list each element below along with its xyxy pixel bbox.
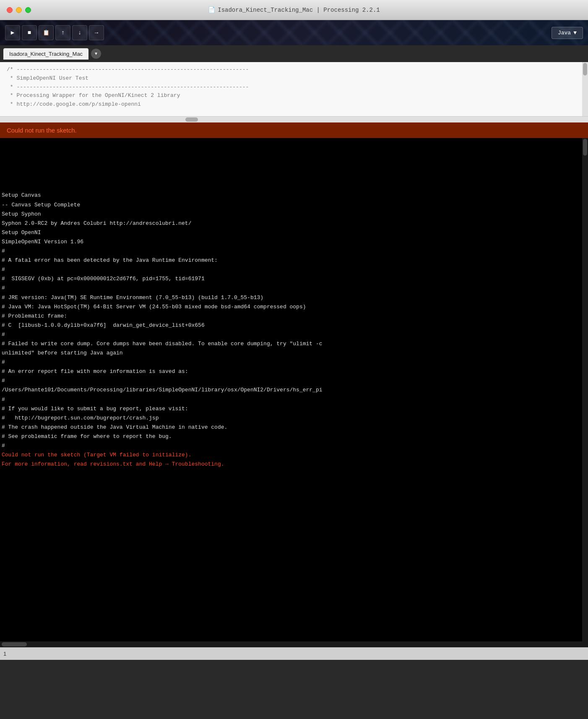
console-area: Setup Canvas -- Canvas Setup Complete Se… [0, 138, 588, 641]
console-line-bug-report-url: # http://bugreport.sun.com/bugreport/cra… [2, 414, 580, 423]
export-icon: → [95, 30, 98, 36]
console-line-hash-5: # [2, 358, 580, 367]
java-mode-label: Java [558, 30, 571, 36]
console-line-see-frame: # See problematic frame for where to rep… [2, 432, 580, 441]
console-line-error-report-path: /Users/Phante101/Documents/Processing/li… [2, 386, 580, 395]
console-line-jre-version: # JRE version: Java(TM) SE Runtime Envir… [2, 293, 580, 302]
console-line-jvm-info: # Java VM: Java HotSpot(TM) 64-Bit Serve… [2, 302, 580, 312]
error-banner-text: Could not run the sketch. [7, 127, 77, 134]
console-line-problematic-frame: # C [libusb-1.0.0.dylib+0xa7f6] darwin_g… [2, 321, 580, 330]
editor-scrollbar-vertical[interactable] [582, 62, 588, 116]
console-line-hash-1: # [2, 247, 580, 256]
console-line-fatal-error: # A fatal error has been detected by the… [2, 256, 580, 265]
toolbar: ▶ ■ 📋 ↑ ↓ → Java ▼ [0, 20, 588, 45]
traffic-lights [7, 7, 31, 13]
console-line-hash-2: # [2, 265, 580, 274]
code-line-2: * SimpleOpenNI User Test [7, 74, 575, 83]
tab-dropdown-button[interactable]: ▼ [91, 49, 101, 59]
console-line-error-2: For more information, read revisions.txt… [2, 460, 580, 469]
editor-area: /* -------------------------------------… [0, 62, 588, 117]
console-line-syphon-version: Syphon 2.0-RC2 by Andres Colubri http://… [2, 219, 580, 228]
open-button[interactable]: ↑ [55, 25, 70, 40]
console-scroll-thumb-h[interactable] [2, 642, 27, 646]
console-scroll-thumb-v[interactable] [583, 139, 587, 156]
console-spacer-1 [2, 145, 580, 154]
code-editor[interactable]: /* -------------------------------------… [0, 62, 582, 116]
console-line-setup-canvas: Setup Canvas [2, 191, 580, 200]
tab-isadora[interactable]: Isadora_Kinect_Tracking_Mac [3, 48, 88, 60]
stop-icon: ■ [28, 30, 31, 36]
title-bar: 📄 Isadora_Kinect_Tracking_Mac | Processi… [0, 0, 588, 20]
chevron-down-icon: ▼ [573, 30, 577, 36]
code-line-5: * http://code.google.com/p/simple-openni [7, 100, 575, 109]
save-icon: ↓ [78, 30, 81, 36]
console-scrollbar-horizontal[interactable] [0, 641, 588, 647]
console-spacer-5 [2, 182, 580, 191]
console-line-hash-7: # [2, 395, 580, 404]
console-line-sigsegv: # SIGSEGV (0xb) at pc=0x000000012c2d67f6… [2, 274, 580, 284]
tab-bar: Isadora_Kinect_Tracking_Mac ▼ [0, 45, 588, 62]
editor-scroll-thumb-h[interactable] [185, 117, 198, 122]
console-line-native-code: # The crash happened outside the Java Vi… [2, 423, 580, 432]
console-spacer-2 [2, 154, 580, 163]
console-line-setup-syphon: Setup Syphon [2, 210, 580, 219]
console-line-error-report-label: # An error report file with more informa… [2, 367, 580, 376]
code-line-1: /* -------------------------------------… [7, 65, 575, 74]
close-button[interactable] [7, 7, 13, 13]
console-line-bug-report-label: # If you would like to submit a bug repo… [2, 404, 580, 414]
console-spacer-4 [2, 172, 580, 182]
play-button[interactable]: ▶ [5, 25, 20, 40]
console-line-core-dump-2: unlimited" before starting Java again [2, 349, 580, 358]
java-mode-button[interactable]: Java ▼ [552, 27, 583, 39]
console-line-hash-6: # [2, 376, 580, 386]
editor-scrollbar-horizontal[interactable] [0, 117, 588, 122]
console-line-openni-version: SimpleOpenNI Version 1.96 [2, 237, 580, 247]
play-icon: ▶ [11, 30, 14, 36]
console-line-canvas-complete: -- Canvas Setup Complete [2, 201, 580, 210]
console-line-hash-4: # [2, 330, 580, 339]
error-banner: Could not run the sketch. [0, 122, 588, 138]
console-line-problematic-frame-label: # Problematic frame: [2, 312, 580, 321]
editor-scroll-thumb-v[interactable] [583, 63, 587, 76]
chevron-down-icon: ▼ [95, 52, 97, 56]
window-title: 📄 Isadora_Kinect_Tracking_Mac | Processi… [208, 6, 380, 13]
line-number: 1 [3, 651, 6, 657]
stop-button[interactable]: ■ [22, 25, 37, 40]
save-button[interactable]: ↓ [72, 25, 87, 40]
console-line-error-1: Could not run the sketch (Target VM fail… [2, 451, 580, 460]
code-line-3: * --------------------------------------… [7, 83, 575, 92]
maximize-button[interactable] [25, 7, 31, 13]
minimize-button[interactable] [16, 7, 22, 13]
open-icon: ↑ [61, 30, 65, 36]
tab-label: Isadora_Kinect_Tracking_Mac [9, 51, 83, 57]
console-output: Setup Canvas -- Canvas Setup Complete Se… [0, 138, 582, 641]
new-button[interactable]: 📋 [39, 25, 54, 40]
console-line-core-dump-1: # Failed to write core dump. Core dumps … [2, 339, 580, 349]
new-icon: 📋 [43, 30, 49, 36]
console-line-setup-openni: Setup OpenNI [2, 228, 580, 237]
console-line-hash-8: # [2, 441, 580, 451]
code-line-4: * Processing Wrapper for the OpenNI/Kine… [7, 91, 575, 100]
console-spacer-3 [2, 163, 580, 172]
export-button[interactable]: → [89, 25, 104, 40]
document-icon: 📄 [208, 6, 215, 13]
status-bar: 1 [0, 647, 588, 660]
console-line-hash-3: # [2, 284, 580, 293]
console-scrollbar-vertical[interactable] [582, 138, 588, 641]
